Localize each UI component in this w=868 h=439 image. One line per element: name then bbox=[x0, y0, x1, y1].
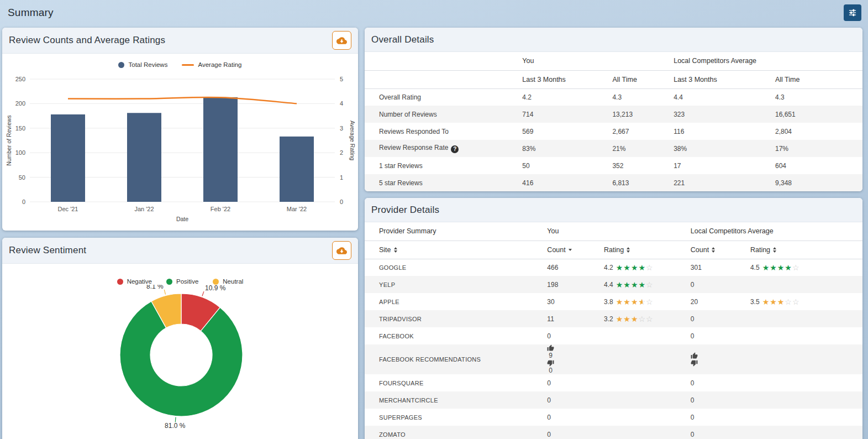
legend-item-positive[interactable]: Positive bbox=[166, 278, 198, 285]
legend-item-negative[interactable]: Negative bbox=[117, 278, 152, 285]
legend-label: Positive bbox=[176, 278, 198, 285]
svg-text:200: 200 bbox=[15, 100, 25, 107]
you-count: 90 bbox=[544, 344, 601, 374]
thumbs-down-count: 0 bbox=[549, 367, 553, 374]
metric-value: 2,667 bbox=[609, 123, 670, 140]
group-header-row: Provider Summary You Local Competitors A… bbox=[365, 222, 862, 241]
metric-label: Reviews Responded To bbox=[365, 123, 519, 140]
svg-text:150: 150 bbox=[15, 125, 25, 132]
slice-label: 81.0 % bbox=[165, 422, 186, 430]
you-rating: 4.2★★★★☆ bbox=[601, 259, 687, 276]
overall-details-table-head: You Local Competitors Average Last 3 Mon… bbox=[365, 52, 862, 88]
rating-value: 3.8 bbox=[604, 298, 613, 306]
competitor-count: 301 bbox=[687, 259, 747, 276]
page-title: Summary bbox=[8, 7, 54, 19]
table-row: YELP 198 4.4★★★★☆ 0 bbox=[365, 276, 862, 293]
metric-value: 9,348 bbox=[772, 174, 862, 191]
table-row: 1 star Reviews5035217604 bbox=[365, 157, 862, 174]
group-header-competitors: Local Competitors Average bbox=[670, 52, 862, 70]
svg-text:Feb '22: Feb '22 bbox=[211, 206, 230, 212]
competitor-rating: 4.5★★★★☆ bbox=[747, 259, 862, 276]
metric-value: 17% bbox=[772, 140, 862, 157]
you-rating bbox=[601, 344, 687, 374]
question-circle-icon[interactable]: ? bbox=[451, 145, 459, 153]
rating-value: 4.2 bbox=[604, 264, 613, 271]
bar-chart-area: 050100150200250012345Dec '21Jan '22Feb '… bbox=[2, 68, 358, 231]
metric-value: 323 bbox=[670, 106, 772, 123]
column-header-rating[interactable]: Rating bbox=[601, 241, 687, 259]
svg-text:0: 0 bbox=[22, 198, 25, 205]
metric-value: 4.2 bbox=[519, 88, 609, 106]
thumbs-down-icon bbox=[691, 359, 698, 367]
svg-text:Jan '22: Jan '22 bbox=[134, 206, 154, 212]
card-provider-details: Provider Details Provider Summary You Lo… bbox=[365, 198, 862, 439]
column-header-count[interactable]: Count bbox=[687, 241, 747, 259]
star-rating-icon: ★★★★☆ bbox=[616, 263, 654, 272]
legend-item-average-rating[interactable]: Average Rating bbox=[182, 61, 241, 68]
card-overall-details: Overall Details You Local Competitors Av… bbox=[365, 28, 862, 191]
page-header: Summary bbox=[0, 0, 868, 25]
donut-chart-area: 10.9 %81.0 %8.1 % bbox=[2, 285, 358, 439]
card-review-sentiment: Review Sentiment Negative bbox=[2, 238, 358, 439]
cloud-download-icon bbox=[336, 35, 347, 46]
overall-details-table-body: Overall Rating4.24.34.44.3 Number of Rev… bbox=[365, 88, 862, 191]
average-rating-line[interactable] bbox=[68, 97, 297, 103]
svg-text:0: 0 bbox=[340, 198, 343, 205]
site-name: APPLE bbox=[365, 293, 544, 310]
metric-value: 569 bbox=[519, 123, 609, 140]
competitor-count: 0 bbox=[687, 276, 747, 293]
competitor-count: 20 bbox=[687, 293, 747, 310]
svg-text:4: 4 bbox=[340, 100, 343, 107]
table-row: FOURSQUARE 0 0 bbox=[365, 374, 862, 391]
rating-value: 3.2 bbox=[604, 315, 613, 323]
legend-marker-dot bbox=[166, 279, 172, 285]
metric-value: 416 bbox=[519, 174, 609, 191]
metric-value: 352 bbox=[609, 157, 670, 174]
metric-value: 16,651 bbox=[772, 106, 862, 123]
you-count: 0 bbox=[544, 327, 601, 344]
svg-text:Date: Date bbox=[176, 216, 188, 222]
metric-value: 21% bbox=[609, 140, 670, 157]
svg-text:5: 5 bbox=[340, 76, 343, 82]
subcolumn-header: All Time bbox=[772, 70, 862, 88]
group-header-provider-summary: Provider Summary bbox=[365, 222, 544, 241]
metric-value: 4.3 bbox=[609, 88, 670, 106]
bar-Jan '22[interactable] bbox=[127, 113, 161, 202]
card-provider-details-header: Provider Details bbox=[365, 198, 862, 222]
metric-value: 50 bbox=[519, 157, 609, 174]
competitor-count: 0 bbox=[687, 426, 747, 439]
column-header-count[interactable]: Count bbox=[544, 241, 601, 259]
legend-item-neutral[interactable]: Neutral bbox=[213, 278, 243, 285]
column-header-site[interactable]: Site bbox=[365, 241, 544, 259]
metric-value: 604 bbox=[772, 157, 862, 174]
download-button[interactable] bbox=[332, 31, 351, 50]
provider-details-table-body: GOOGLE 466 4.2★★★★☆ 301 4.5★★★★☆ YELP 19… bbox=[365, 259, 862, 439]
table-row: SUPERPAGES 0 0 bbox=[365, 409, 862, 426]
group-header-you: You bbox=[519, 52, 670, 70]
download-button[interactable] bbox=[332, 241, 351, 260]
svg-text:Mar '22: Mar '22 bbox=[287, 206, 307, 212]
thumbs-down-icon bbox=[547, 359, 554, 367]
svg-text:250: 250 bbox=[15, 76, 25, 82]
metric-label: Review Response Rate? bbox=[365, 140, 519, 157]
column-header-row: SiteCountRatingCountRating bbox=[365, 241, 862, 259]
competitor-rating bbox=[747, 344, 862, 374]
filter-button[interactable] bbox=[844, 4, 861, 21]
card-title: Review Counts and Average Ratings bbox=[9, 35, 165, 46]
legend-item-total-reviews[interactable]: Total Reviews bbox=[118, 61, 167, 68]
bar-Feb '22[interactable] bbox=[203, 97, 238, 202]
legend-label: Neutral bbox=[223, 278, 243, 285]
table-row: TRIPADVISOR 11 3.2★★★☆☆ 0 bbox=[365, 310, 862, 327]
star-rating-icon: ★★★☆☆ bbox=[616, 315, 654, 323]
competitor-count: 0 bbox=[687, 391, 747, 409]
star-rating-icon: ★★★☆★☆ bbox=[616, 297, 654, 306]
bar-Dec '21[interactable] bbox=[51, 114, 85, 202]
sort-both-icon bbox=[712, 247, 715, 253]
star-rating-icon: ★★★★☆ bbox=[762, 263, 800, 272]
metric-value: 13,213 bbox=[609, 106, 670, 123]
bar-Mar '22[interactable] bbox=[280, 137, 314, 202]
column-header-rating[interactable]: Rating bbox=[747, 241, 862, 259]
sort-desc-icon bbox=[569, 249, 572, 251]
subcolumn-header: All Time bbox=[609, 70, 670, 88]
svg-text:Dec '21: Dec '21 bbox=[58, 206, 78, 212]
